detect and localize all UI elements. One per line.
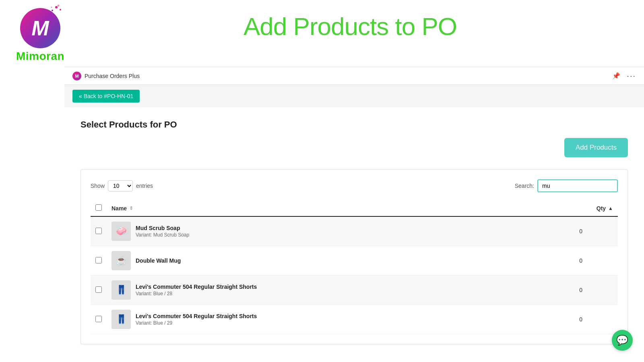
show-label: Show <box>91 183 105 189</box>
table-row: 👖Levi's Commuter 504 Regular Straight Sh… <box>91 276 618 305</box>
logo-icon: M <box>20 8 60 48</box>
product-variant: Variant: Blue / 28 <box>136 291 257 296</box>
app-bar-left: M Purchase Orders Plus <box>72 72 140 80</box>
row-checkbox[interactable] <box>95 316 102 322</box>
product-thumbnail: 👖 <box>111 310 131 329</box>
product-table: Name ⇕ Qty ▲ 🧼Mud Scrub SoapVariant: Mud… <box>91 200 618 334</box>
row-checkbox-cell <box>91 305 107 334</box>
row-product-cell: 👖Levi's Commuter 504 Regular Straight Sh… <box>107 305 544 334</box>
product-text: Double Wall Mug <box>136 257 181 264</box>
row-qty-cell: 0 <box>544 305 618 334</box>
page-title: Add Products to PO <box>244 12 457 41</box>
table-header: Name ⇕ Qty ▲ <box>91 200 618 216</box>
add-products-row: Add Products <box>80 138 628 157</box>
product-text: Mud Scrub SoapVariant: Mud Scrub Soap <box>136 225 189 238</box>
qty-header-cell: Qty ▲ <box>544 200 618 216</box>
row-checkbox[interactable] <box>95 286 102 293</box>
logo-area: M Mimoran <box>8 8 72 63</box>
name-sort-icon[interactable]: ⇕ <box>129 206 133 211</box>
checkbox-header-cell <box>91 200 107 216</box>
qty-column-label: Qty <box>597 205 606 212</box>
row-checkbox-cell <box>91 276 107 305</box>
chat-button[interactable]: 💬 <box>612 330 633 351</box>
row-qty-cell: 0 <box>544 276 618 305</box>
row-checkbox[interactable] <box>95 257 102 263</box>
show-entries-control: Show 10 25 50 100 entries <box>91 180 153 191</box>
logo-letter: M <box>31 16 49 40</box>
section-title: Select Products for PO <box>80 119 628 130</box>
search-area: Search: <box>515 179 618 192</box>
product-variant: Variant: Blue / 29 <box>136 320 257 326</box>
table-body: 🧼Mud Scrub SoapVariant: Mud Scrub Soap0☕… <box>91 216 618 334</box>
app-bar-right: 📌 ··· <box>612 71 636 80</box>
row-checkbox-cell <box>91 216 107 246</box>
svg-point-2 <box>52 10 53 11</box>
product-name: Levi's Commuter 504 Regular Straight Sho… <box>136 313 257 319</box>
logo-dots-decoration <box>48 4 64 20</box>
svg-point-1 <box>60 9 61 10</box>
svg-point-3 <box>58 5 60 7</box>
product-text: Levi's Commuter 504 Regular Straight Sho… <box>136 284 257 296</box>
table-controls: Show 10 25 50 100 entries Search: <box>91 179 618 192</box>
app-bar: M Purchase Orders Plus 📌 ··· <box>64 67 644 85</box>
entries-select[interactable]: 10 25 50 100 <box>108 180 133 191</box>
table-row: 🧼Mud Scrub SoapVariant: Mud Scrub Soap0 <box>91 216 618 246</box>
main-content: Select Products for PO Add Products Show… <box>64 107 644 356</box>
row-checkbox-cell <box>91 246 107 276</box>
product-variant: Variant: Mud Scrub Soap <box>136 232 189 238</box>
qty-sort-icon[interactable]: ▲ <box>608 206 613 211</box>
brand-name: Mimoran <box>16 50 64 63</box>
product-thumbnail: 👖 <box>111 280 131 300</box>
product-name: Double Wall Mug <box>136 257 181 264</box>
row-qty-cell: 0 <box>544 216 618 246</box>
name-column-label: Name <box>111 205 127 212</box>
search-label: Search: <box>515 183 534 189</box>
app-name: Purchase Orders Plus <box>85 73 140 79</box>
table-row: ☕Double Wall Mug0 <box>91 246 618 276</box>
product-name: Mud Scrub Soap <box>136 225 189 231</box>
product-name: Levi's Commuter 504 Regular Straight Sho… <box>136 284 257 290</box>
name-header-cell: Name ⇕ <box>107 200 544 216</box>
add-products-button[interactable]: Add Products <box>564 138 628 157</box>
product-text: Levi's Commuter 504 Regular Straight Sho… <box>136 313 257 326</box>
product-thumbnail: 🧼 <box>111 222 131 241</box>
select-all-checkbox[interactable] <box>95 204 102 211</box>
back-button[interactable]: « Back to #PO-HN-01 <box>72 90 140 103</box>
entries-label: entries <box>136 183 153 189</box>
more-menu-icon[interactable]: ··· <box>627 71 636 80</box>
table-row: 👖Levi's Commuter 504 Regular Straight Sh… <box>91 305 618 334</box>
svg-point-0 <box>55 6 58 8</box>
search-input[interactable] <box>537 179 618 192</box>
page-title-area: Add Products to PO <box>72 8 628 41</box>
svg-point-4 <box>51 7 52 8</box>
chat-icon: 💬 <box>616 335 628 346</box>
row-checkbox[interactable] <box>95 228 102 234</box>
row-product-cell: ☕Double Wall Mug <box>107 246 544 276</box>
row-qty-cell: 0 <box>544 246 618 276</box>
pin-icon[interactable]: 📌 <box>612 72 620 80</box>
app-icon: M <box>72 72 81 80</box>
row-product-cell: 👖Levi's Commuter 504 Regular Straight Sh… <box>107 276 544 305</box>
header: M Mimoran Add Products to PO <box>0 0 644 67</box>
table-card: Show 10 25 50 100 entries Search: <box>80 169 628 344</box>
toolbar: « Back to #PO-HN-01 <box>64 85 644 107</box>
row-product-cell: 🧼Mud Scrub SoapVariant: Mud Scrub Soap <box>107 216 544 246</box>
product-thumbnail: ☕ <box>111 251 131 270</box>
